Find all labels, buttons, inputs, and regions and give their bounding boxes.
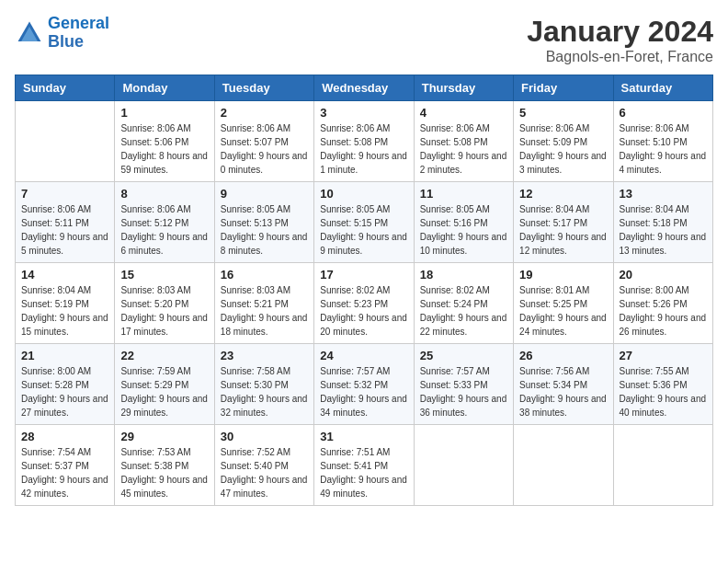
calendar-cell: 24Sunrise: 7:57 AMSunset: 5:32 PMDayligh… <box>314 344 414 425</box>
day-info: Sunrise: 8:05 AMSunset: 5:16 PMDaylight:… <box>420 202 507 258</box>
day-number: 22 <box>120 349 208 362</box>
day-info: Sunrise: 7:54 AMSunset: 5:37 PMDaylight:… <box>21 445 108 500</box>
day-number: 13 <box>620 187 707 201</box>
day-info: Sunrise: 8:03 AMSunset: 5:21 PMDaylight:… <box>221 283 308 339</box>
day-number: 27 <box>620 349 707 362</box>
day-number: 28 <box>21 430 108 443</box>
calendar-cell: 2Sunrise: 8:06 AMSunset: 5:07 PMDaylight… <box>214 101 313 182</box>
day-number: 14 <box>21 268 108 282</box>
day-number: 18 <box>420 268 507 282</box>
day-info: Sunrise: 8:04 AMSunset: 5:17 PMDaylight:… <box>519 202 607 258</box>
day-number: 23 <box>221 349 308 362</box>
page-title: January 2024 <box>527 15 713 49</box>
day-info: Sunrise: 8:06 AMSunset: 5:08 PMDaylight:… <box>420 121 507 177</box>
day-info: Sunrise: 8:04 AMSunset: 5:18 PMDaylight:… <box>620 202 707 258</box>
day-number: 17 <box>320 268 407 282</box>
day-info: Sunrise: 7:51 AMSunset: 5:41 PMDaylight:… <box>320 445 407 500</box>
calendar-cell: 15Sunrise: 8:03 AMSunset: 5:20 PMDayligh… <box>115 263 214 344</box>
day-info: Sunrise: 8:03 AMSunset: 5:20 PMDaylight:… <box>120 283 208 339</box>
day-number: 10 <box>320 187 407 201</box>
calendar-cell: 14Sunrise: 8:04 AMSunset: 5:19 PMDayligh… <box>16 263 115 344</box>
weekday-header: Friday <box>514 75 613 101</box>
calendar-cell: 11Sunrise: 8:05 AMSunset: 5:16 PMDayligh… <box>414 182 513 263</box>
day-info: Sunrise: 8:04 AMSunset: 5:19 PMDaylight:… <box>21 283 108 339</box>
calendar-cell: 21Sunrise: 8:00 AMSunset: 5:28 PMDayligh… <box>16 344 115 425</box>
logo-line1: General <box>48 14 109 32</box>
calendar-cell: 1Sunrise: 8:06 AMSunset: 5:06 PMDaylight… <box>115 101 214 182</box>
calendar-cell: 22Sunrise: 7:59 AMSunset: 5:29 PMDayligh… <box>115 344 214 425</box>
calendar-week-row: 14Sunrise: 8:04 AMSunset: 5:19 PMDayligh… <box>16 263 713 344</box>
day-info: Sunrise: 8:06 AMSunset: 5:11 PMDaylight:… <box>21 202 108 258</box>
day-info: Sunrise: 8:05 AMSunset: 5:13 PMDaylight:… <box>221 202 308 258</box>
day-number: 30 <box>221 430 308 443</box>
calendar-cell: 18Sunrise: 8:02 AMSunset: 5:24 PMDayligh… <box>414 263 513 344</box>
day-number: 4 <box>420 106 507 120</box>
day-info: Sunrise: 8:02 AMSunset: 5:23 PMDaylight:… <box>320 283 407 339</box>
page-subtitle: Bagnols-en-Foret, France <box>527 49 713 65</box>
day-number: 7 <box>21 187 108 201</box>
weekday-header: Tuesday <box>214 75 313 101</box>
day-number: 2 <box>221 106 308 120</box>
calendar-cell: 28Sunrise: 7:54 AMSunset: 5:37 PMDayligh… <box>16 425 115 506</box>
calendar-cell: 5Sunrise: 8:06 AMSunset: 5:09 PMDaylight… <box>514 101 613 182</box>
day-number: 31 <box>320 430 407 443</box>
day-number: 19 <box>519 268 607 282</box>
calendar-cell: 31Sunrise: 7:51 AMSunset: 5:41 PMDayligh… <box>314 425 414 506</box>
day-info: Sunrise: 8:00 AMSunset: 5:26 PMDaylight:… <box>620 283 707 339</box>
calendar-cell: 29Sunrise: 7:53 AMSunset: 5:38 PMDayligh… <box>115 425 214 506</box>
day-info: Sunrise: 8:06 AMSunset: 5:08 PMDaylight:… <box>320 121 407 177</box>
weekday-header: Wednesday <box>314 75 414 101</box>
day-number: 24 <box>320 349 407 362</box>
day-info: Sunrise: 8:05 AMSunset: 5:15 PMDaylight:… <box>320 202 407 258</box>
weekday-header: Monday <box>115 75 214 101</box>
calendar-cell: 25Sunrise: 7:57 AMSunset: 5:33 PMDayligh… <box>414 344 513 425</box>
calendar-week-row: 7Sunrise: 8:06 AMSunset: 5:11 PMDaylight… <box>16 182 713 263</box>
day-number: 26 <box>519 349 607 362</box>
day-number: 11 <box>420 187 507 201</box>
calendar-cell: 3Sunrise: 8:06 AMSunset: 5:08 PMDaylight… <box>314 101 414 182</box>
day-info: Sunrise: 8:01 AMSunset: 5:25 PMDaylight:… <box>519 283 607 339</box>
calendar-week-row: 28Sunrise: 7:54 AMSunset: 5:37 PMDayligh… <box>16 425 713 506</box>
calendar-cell: 16Sunrise: 8:03 AMSunset: 5:21 PMDayligh… <box>214 263 313 344</box>
calendar-table: SundayMondayTuesdayWednesdayThursdayFrid… <box>15 75 713 506</box>
calendar-header-row: SundayMondayTuesdayWednesdayThursdayFrid… <box>16 75 713 101</box>
calendar-cell: 7Sunrise: 8:06 AMSunset: 5:11 PMDaylight… <box>16 182 115 263</box>
calendar-cell: 4Sunrise: 8:06 AMSunset: 5:08 PMDaylight… <box>414 101 513 182</box>
logo-icon <box>15 18 44 48</box>
day-info: Sunrise: 7:53 AMSunset: 5:38 PMDaylight:… <box>120 445 208 500</box>
weekday-header: Sunday <box>16 75 115 101</box>
logo-line2: Blue <box>48 32 84 51</box>
day-number: 8 <box>120 187 208 201</box>
calendar-cell: 27Sunrise: 7:55 AMSunset: 5:36 PMDayligh… <box>613 344 712 425</box>
calendar-cell <box>613 425 712 506</box>
day-info: Sunrise: 7:58 AMSunset: 5:30 PMDaylight:… <box>221 364 308 419</box>
calendar-cell: 6Sunrise: 8:06 AMSunset: 5:10 PMDaylight… <box>613 101 712 182</box>
day-info: Sunrise: 7:57 AMSunset: 5:33 PMDaylight:… <box>420 364 507 419</box>
day-number: 9 <box>221 187 308 201</box>
day-info: Sunrise: 7:59 AMSunset: 5:29 PMDaylight:… <box>120 364 208 419</box>
day-info: Sunrise: 7:52 AMSunset: 5:40 PMDaylight:… <box>221 445 308 500</box>
day-info: Sunrise: 7:57 AMSunset: 5:32 PMDaylight:… <box>320 364 407 419</box>
calendar-cell: 8Sunrise: 8:06 AMSunset: 5:12 PMDaylight… <box>115 182 214 263</box>
calendar-cell: 23Sunrise: 7:58 AMSunset: 5:30 PMDayligh… <box>214 344 313 425</box>
day-number: 20 <box>620 268 707 282</box>
logo: General Blue <box>15 15 109 52</box>
calendar-week-row: 1Sunrise: 8:06 AMSunset: 5:06 PMDaylight… <box>16 101 713 182</box>
calendar-cell: 10Sunrise: 8:05 AMSunset: 5:15 PMDayligh… <box>314 182 414 263</box>
day-number: 21 <box>21 349 108 362</box>
calendar-cell: 9Sunrise: 8:05 AMSunset: 5:13 PMDaylight… <box>214 182 313 263</box>
day-info: Sunrise: 8:06 AMSunset: 5:12 PMDaylight:… <box>120 202 208 258</box>
day-info: Sunrise: 8:06 AMSunset: 5:09 PMDaylight:… <box>519 121 607 177</box>
day-number: 25 <box>420 349 507 362</box>
day-number: 6 <box>620 106 707 120</box>
day-number: 16 <box>221 268 308 282</box>
calendar-cell: 20Sunrise: 8:00 AMSunset: 5:26 PMDayligh… <box>613 263 712 344</box>
day-info: Sunrise: 8:06 AMSunset: 5:06 PMDaylight:… <box>120 121 208 177</box>
title-block: January 2024 Bagnols-en-Foret, France <box>527 15 713 65</box>
day-number: 29 <box>120 430 208 443</box>
day-info: Sunrise: 7:55 AMSunset: 5:36 PMDaylight:… <box>620 364 707 419</box>
logo-text: General Blue <box>48 15 109 52</box>
day-info: Sunrise: 7:56 AMSunset: 5:34 PMDaylight:… <box>519 364 607 419</box>
weekday-header: Saturday <box>613 75 712 101</box>
day-number: 3 <box>320 106 407 120</box>
